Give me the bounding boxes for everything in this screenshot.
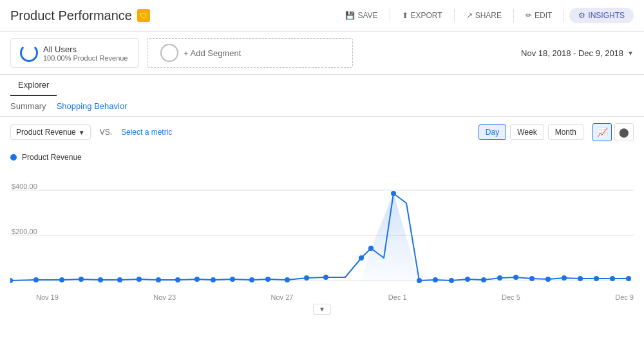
svg-point-16 <box>211 277 216 282</box>
svg-point-18 <box>249 277 254 282</box>
scroll-down-button[interactable]: ▼ <box>313 304 331 315</box>
add-segment-button[interactable]: + Add Segment <box>147 38 353 68</box>
edit-icon: ✏ <box>526 11 532 20</box>
divider4 <box>564 9 564 22</box>
page-title: Product Performance <box>10 8 132 23</box>
svg-point-36 <box>578 276 583 281</box>
svg-point-38 <box>610 276 615 281</box>
main-tab-group: Explorer <box>0 75 644 96</box>
chevron-down-icon: ▼ <box>627 50 634 57</box>
shield-icon: 🛡 <box>137 9 150 22</box>
sub-tab-group: Summary Shopping Behavior <box>0 96 644 116</box>
svg-point-25 <box>391 191 396 196</box>
chart-legend: Product Revenue <box>10 148 634 164</box>
share-icon: ↗ <box>466 11 473 20</box>
date-picker[interactable]: Nov 18, 2018 - Dec 9, 2018 ▼ <box>521 48 634 58</box>
svg-point-15 <box>194 277 200 282</box>
legend-label: Product Revenue <box>22 153 82 162</box>
svg-point-10 <box>98 277 103 282</box>
insights-button[interactable]: ⚙ INSIGHTS <box>569 8 634 23</box>
tab-explorer[interactable]: Explorer <box>10 75 57 96</box>
pie-chart-icon: ⬤ <box>619 127 629 137</box>
svg-point-27 <box>433 277 438 282</box>
svg-text:$400.00: $400.00 <box>12 182 37 190</box>
svg-point-17 <box>230 277 235 282</box>
x-label-dec1: Dec 1 <box>388 293 407 301</box>
svg-point-9 <box>79 277 84 282</box>
svg-point-30 <box>481 277 486 282</box>
chart-area: Product Revenue $400.00 $200.00 <box>0 148 644 328</box>
chart-type-buttons: 📈 ⬤ <box>592 123 634 141</box>
svg-point-12 <box>137 277 142 282</box>
line-chart-svg: $400.00 $200.00 <box>10 164 634 293</box>
scroll-indicator: ▼ <box>10 301 634 317</box>
x-label-nov19: Nov 19 <box>36 293 59 301</box>
insights-icon: ⚙ <box>578 11 585 20</box>
title-area: Product Performance 🛡 <box>10 8 150 23</box>
vs-label: VS. <box>100 128 112 137</box>
x-label-nov27: Nov 27 <box>271 293 294 301</box>
segment-info: All Users 100.00% Product Revenue <box>43 44 128 62</box>
toolbar-actions: 💾 SAVE ⬆ EXPORT ↗ SHARE ✏ EDIT ⚙ INSIGHT… <box>339 8 634 23</box>
svg-point-32 <box>513 275 518 280</box>
segment-name: All Users <box>43 44 128 54</box>
svg-point-20 <box>285 277 290 282</box>
save-button[interactable]: 💾 SAVE <box>339 8 384 23</box>
x-label-nov23: Nov 23 <box>153 293 176 301</box>
sub-tab-shopping-behavior[interactable]: Shopping Behavior <box>57 99 128 113</box>
svg-point-31 <box>497 275 502 281</box>
svg-point-23 <box>359 255 364 261</box>
svg-point-22 <box>323 275 328 280</box>
svg-point-33 <box>529 276 535 281</box>
x-label-dec5: Dec 5 <box>502 293 520 301</box>
svg-point-11 <box>117 277 122 282</box>
pie-chart-button[interactable]: ⬤ <box>614 123 634 141</box>
svg-marker-5 <box>332 193 448 281</box>
divider1 <box>390 9 390 22</box>
segment-sub: 100.00% Product Revenue <box>43 54 128 62</box>
x-axis-labels: Nov 19 Nov 23 Nov 27 Dec 1 Dec 5 Dec 9 <box>10 293 634 301</box>
svg-point-24 <box>368 246 374 251</box>
chart-svg-container: $400.00 $200.00 <box>10 164 634 293</box>
select-metric-link[interactable]: Select a metric <box>121 128 172 137</box>
edit-button[interactable]: ✏ EDIT <box>519 8 558 23</box>
divider2 <box>454 9 455 22</box>
export-icon: ⬆ <box>402 11 408 20</box>
svg-point-26 <box>417 278 422 283</box>
svg-point-7 <box>33 277 39 282</box>
svg-point-37 <box>594 276 599 281</box>
line-chart-icon: 📈 <box>597 127 608 137</box>
chart-controls: Product Revenue ▼ VS. Select a metric Da… <box>0 117 644 148</box>
segment-circle-icon <box>20 44 38 62</box>
svg-point-14 <box>175 277 180 282</box>
metric-label: Product Revenue <box>16 128 76 137</box>
line-chart-button[interactable]: 📈 <box>592 123 612 141</box>
svg-text:$200.00: $200.00 <box>12 228 37 235</box>
svg-point-19 <box>265 277 270 282</box>
tabs-row: Explorer Summary Shopping Behavior <box>0 75 644 117</box>
svg-point-28 <box>449 278 454 283</box>
sub-tab-summary[interactable]: Summary <box>10 99 46 113</box>
export-button[interactable]: ⬆ EXPORT <box>395 8 449 23</box>
divider3 <box>513 9 514 22</box>
period-month-button[interactable]: Month <box>548 124 583 140</box>
period-buttons: Day Week Month 📈 ⬤ <box>478 123 634 141</box>
add-segment-circle-icon <box>160 44 178 62</box>
segment-chip-all-users[interactable]: All Users 100.00% Product Revenue <box>10 38 139 68</box>
segment-bar: All Users 100.00% Product Revenue + Add … <box>0 32 644 75</box>
period-week-button[interactable]: Week <box>510 124 544 140</box>
metric-dropdown[interactable]: Product Revenue ▼ <box>10 124 91 140</box>
svg-point-13 <box>156 277 161 282</box>
save-icon: 💾 <box>345 11 355 20</box>
share-button[interactable]: ↗ SHARE <box>460 8 508 23</box>
svg-point-35 <box>562 275 567 281</box>
legend-dot-icon <box>10 154 17 161</box>
svg-point-21 <box>304 275 309 281</box>
period-day-button[interactable]: Day <box>478 124 506 140</box>
svg-point-8 <box>59 277 64 282</box>
svg-point-34 <box>545 277 551 282</box>
x-label-dec9: Dec 9 <box>615 293 634 301</box>
date-range-label: Nov 18, 2018 - Dec 9, 2018 <box>521 48 623 58</box>
svg-point-29 <box>465 277 470 282</box>
dropdown-arrow-icon: ▼ <box>79 129 85 136</box>
